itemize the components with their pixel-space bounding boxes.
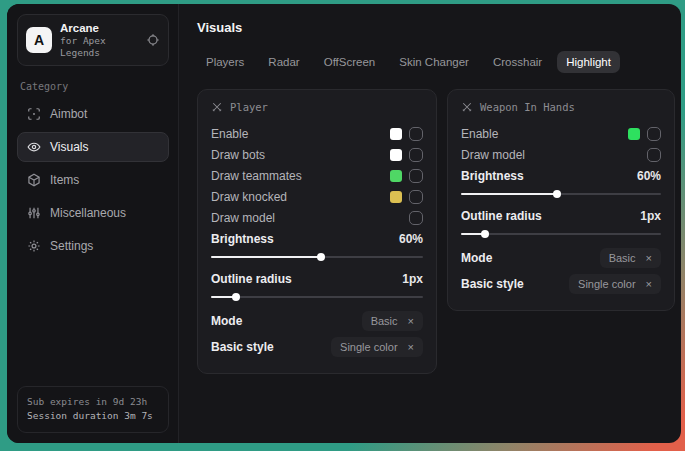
row-controls xyxy=(647,148,661,162)
tab-radar[interactable]: Radar xyxy=(259,51,308,73)
setting-label: Draw knocked xyxy=(211,190,287,204)
color-swatch[interactable] xyxy=(628,128,640,140)
slider-thumb[interactable] xyxy=(232,293,240,301)
main-content: Visuals PlayersRadarOffScreenSkin Change… xyxy=(179,4,681,443)
panel-header: Player xyxy=(211,101,423,113)
remove-tag-icon[interactable]: × xyxy=(646,279,652,290)
category-label: Category xyxy=(20,81,166,92)
setting-label: Draw model xyxy=(461,148,525,162)
tag-label: Single color xyxy=(578,278,635,290)
checkbox[interactable] xyxy=(409,211,423,225)
tag-single-color[interactable]: Single color× xyxy=(331,337,423,357)
slider-value: 1px xyxy=(640,209,661,223)
remove-tag-icon[interactable]: × xyxy=(646,253,652,264)
panel-header: Weapon In Hands xyxy=(461,101,661,113)
tag-basic[interactable]: Basic× xyxy=(600,248,661,268)
slider-thumb[interactable] xyxy=(553,190,561,198)
subscription-card: Sub expires in 9d 23h Session duration 3… xyxy=(17,386,169,433)
panel-weapon-in-hands: Weapon In HandsEnableDraw modelBrightnes… xyxy=(447,89,675,311)
checkbox[interactable] xyxy=(409,127,423,141)
setting-row-enable: Enable xyxy=(211,123,423,144)
slider-fill xyxy=(461,193,557,195)
setting-row-draw-knocked: Draw knocked xyxy=(211,186,423,207)
color-swatch[interactable] xyxy=(390,170,402,182)
checkbox[interactable] xyxy=(409,169,423,183)
tag-label: Basic xyxy=(371,315,398,327)
color-swatch[interactable] xyxy=(390,191,402,203)
slider-brightness[interactable] xyxy=(461,193,661,195)
checkbox[interactable] xyxy=(647,127,661,141)
checkbox[interactable] xyxy=(409,148,423,162)
sidebar-item-visuals[interactable]: Visuals xyxy=(17,132,169,162)
row-controls xyxy=(390,148,423,162)
color-swatch[interactable] xyxy=(390,128,402,140)
row-controls xyxy=(409,211,423,225)
slider-thumb[interactable] xyxy=(481,230,489,238)
tab-highlight[interactable]: Highlight xyxy=(557,51,620,73)
app-subtitle: for Apex Legends xyxy=(60,35,138,59)
crossed-swords-icon xyxy=(211,101,223,113)
remove-tag-icon[interactable]: × xyxy=(408,342,414,353)
checkbox[interactable] xyxy=(647,148,661,162)
color-swatch[interactable] xyxy=(390,149,402,161)
sidebar-item-label: Items xyxy=(50,173,79,187)
sidebar-item-miscellaneous[interactable]: Miscellaneous xyxy=(17,198,169,228)
setting-label: Brightness xyxy=(461,169,524,183)
setting-row-mode: ModeBasic× xyxy=(461,245,661,271)
setting-row-outline-radius: Outline radius1px xyxy=(461,205,661,226)
page-title: Visuals xyxy=(197,20,675,35)
crosshair-icon xyxy=(27,107,41,121)
app-window: A Arcane for Apex Legends Category Aimbo… xyxy=(7,4,681,443)
app-logo: A xyxy=(26,27,52,53)
setting-row-basic-style: Basic styleSingle color× xyxy=(461,271,661,297)
sliders-icon xyxy=(27,206,41,220)
setting-label: Draw teammates xyxy=(211,169,302,183)
setting-row-outline-radius: Outline radius1px xyxy=(211,268,423,289)
setting-row-mode: ModeBasic× xyxy=(211,308,423,334)
setting-label: Mode xyxy=(461,251,492,265)
slider-outline-radius[interactable] xyxy=(211,296,423,298)
remove-tag-icon[interactable]: × xyxy=(408,316,414,327)
slider-value: 60% xyxy=(399,232,423,246)
sidebar-item-label: Visuals xyxy=(50,140,88,154)
eye-icon xyxy=(27,140,41,154)
sidebar-item-settings[interactable]: Settings xyxy=(17,231,169,261)
setting-row-draw-bots: Draw bots xyxy=(211,144,423,165)
sidebar-item-label: Miscellaneous xyxy=(50,206,126,220)
gear-icon xyxy=(27,239,41,253)
slider-fill xyxy=(211,256,321,258)
setting-label: Brightness xyxy=(211,232,274,246)
tag-label: Basic xyxy=(609,252,636,264)
sidebar-item-label: Aimbot xyxy=(50,107,87,121)
setting-label: Outline radius xyxy=(211,272,292,286)
tab-players[interactable]: Players xyxy=(197,51,253,73)
slider-value: 1px xyxy=(402,272,423,286)
panels-container: PlayerEnableDraw botsDraw teammatesDraw … xyxy=(197,89,675,374)
tab-crosshair[interactable]: Crosshair xyxy=(484,51,551,73)
setting-row-basic-style: Basic styleSingle color× xyxy=(211,334,423,360)
tab-bar: PlayersRadarOffScreenSkin ChangerCrossha… xyxy=(197,51,675,73)
box-icon xyxy=(27,173,41,187)
target-icon[interactable] xyxy=(146,33,160,47)
tab-skin-changer[interactable]: Skin Changer xyxy=(390,51,478,73)
app-name: Arcane xyxy=(60,21,138,35)
tag-basic[interactable]: Basic× xyxy=(362,311,423,331)
slider-outline-radius[interactable] xyxy=(461,233,661,235)
setting-label: Draw bots xyxy=(211,148,265,162)
sidebar-item-items[interactable]: Items xyxy=(17,165,169,195)
sidebar-item-aimbot[interactable]: Aimbot xyxy=(17,99,169,129)
checkbox[interactable] xyxy=(409,190,423,204)
sidebar-nav: AimbotVisualsItemsMiscellaneousSettings xyxy=(17,99,169,261)
setting-row-draw-model: Draw model xyxy=(211,207,423,228)
setting-row-brightness: Brightness60% xyxy=(211,228,423,249)
sidebar-item-label: Settings xyxy=(50,239,93,253)
app-header-card: A Arcane for Apex Legends xyxy=(17,14,169,66)
tag-single-color[interactable]: Single color× xyxy=(569,274,661,294)
sub-expiry-text: Sub expires in 9d 23h xyxy=(27,395,159,410)
tab-offscreen[interactable]: OffScreen xyxy=(315,51,385,73)
slider-brightness[interactable] xyxy=(211,256,423,258)
setting-label: Enable xyxy=(211,127,248,141)
setting-label: Basic style xyxy=(211,340,274,354)
setting-label: Mode xyxy=(211,314,242,328)
slider-thumb[interactable] xyxy=(317,253,325,261)
